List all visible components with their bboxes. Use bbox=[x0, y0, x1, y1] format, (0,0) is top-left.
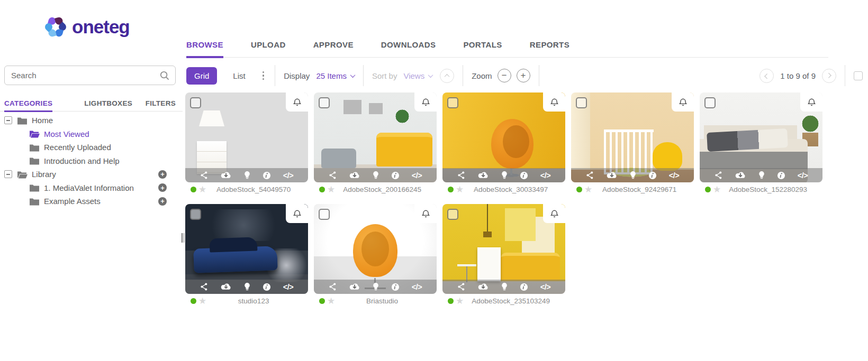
favorite-star-icon[interactable]: ★ bbox=[327, 297, 335, 306]
embed-code-icon[interactable]: </> bbox=[283, 283, 293, 291]
info-icon[interactable] bbox=[263, 171, 271, 180]
download-icon[interactable] bbox=[349, 171, 360, 180]
asset-checkbox[interactable] bbox=[576, 97, 587, 108]
zoom-out-button[interactable]: − bbox=[498, 69, 511, 82]
lightbulb-icon[interactable] bbox=[373, 282, 379, 292]
info-icon[interactable] bbox=[520, 171, 528, 180]
lightbulb-icon[interactable] bbox=[501, 170, 508, 180]
nav-tab-reports[interactable]: REPORTS bbox=[530, 32, 569, 57]
download-icon[interactable] bbox=[220, 282, 232, 291]
sidebar-resize-handle[interactable] bbox=[182, 233, 185, 243]
embed-code-icon[interactable]: </> bbox=[283, 171, 293, 180]
share-icon[interactable] bbox=[329, 283, 337, 291]
asset-card[interactable]: </> ★ AdobeStock_152280293 bbox=[700, 92, 822, 196]
asset-checkbox[interactable] bbox=[447, 209, 458, 220]
notification-bell-button[interactable] bbox=[543, 204, 565, 223]
asset-card[interactable]: </> ★ studio123 bbox=[185, 204, 308, 308]
notification-bell-button[interactable] bbox=[543, 92, 565, 112]
collapse-icon[interactable] bbox=[4, 170, 12, 178]
share-icon[interactable] bbox=[200, 171, 208, 179]
download-icon[interactable] bbox=[349, 282, 360, 291]
asset-card[interactable]: </> ★ AdobeStock_92429671 bbox=[571, 92, 694, 196]
tree-item[interactable]: Library + bbox=[0, 168, 183, 181]
nav-tab-downloads[interactable]: DOWNLOADS bbox=[381, 32, 436, 57]
sidebar-tab-categories[interactable]: CATEGORIES bbox=[4, 95, 52, 111]
display-count-dropdown[interactable]: 25 Items bbox=[316, 71, 355, 80]
favorite-star-icon[interactable]: ★ bbox=[327, 185, 335, 194]
lightbulb-icon[interactable] bbox=[758, 170, 765, 180]
asset-card[interactable]: </> ★ AdobeStock_235103249 bbox=[442, 204, 565, 308]
favorite-star-icon[interactable]: ★ bbox=[456, 297, 464, 306]
favorite-star-icon[interactable]: ★ bbox=[198, 185, 206, 194]
embed-code-icon[interactable]: </> bbox=[540, 171, 550, 180]
collapse-icon[interactable] bbox=[4, 116, 12, 124]
sort-direction-button[interactable] bbox=[440, 69, 454, 83]
list-view-button[interactable]: List bbox=[233, 71, 245, 80]
notification-bell-button[interactable] bbox=[800, 92, 822, 112]
info-icon[interactable] bbox=[391, 171, 400, 180]
lightbulb-icon[interactable] bbox=[630, 170, 636, 180]
share-icon[interactable] bbox=[329, 171, 337, 179]
asset-checkbox[interactable] bbox=[190, 97, 201, 108]
notification-bell-button[interactable] bbox=[414, 204, 437, 223]
tree-item[interactable]: Example Assets + bbox=[0, 195, 183, 208]
download-icon[interactable] bbox=[220, 171, 232, 180]
favorite-star-icon[interactable]: ★ bbox=[713, 185, 721, 194]
download-icon[interactable] bbox=[477, 171, 489, 180]
add-category-button[interactable]: + bbox=[158, 197, 167, 206]
tree-item[interactable]: 1. MediaValet Information + bbox=[0, 181, 183, 195]
search-input[interactable] bbox=[5, 71, 159, 80]
share-icon[interactable] bbox=[457, 283, 465, 291]
favorite-star-icon[interactable]: ★ bbox=[198, 297, 206, 306]
nav-tab-upload[interactable]: UPLOAD bbox=[251, 32, 286, 57]
nav-tab-browse[interactable]: BROWSE bbox=[186, 32, 223, 57]
notification-bell-button[interactable] bbox=[672, 92, 694, 112]
share-icon[interactable] bbox=[457, 171, 465, 179]
more-options-icon[interactable] bbox=[260, 69, 267, 82]
tree-item[interactable]: Introduction and Help bbox=[0, 154, 183, 168]
asset-card[interactable]: </> ★ AdobeStock_30033497 bbox=[442, 92, 565, 196]
tree-item[interactable]: Most Viewed bbox=[0, 127, 183, 141]
asset-checkbox[interactable] bbox=[319, 209, 330, 220]
notification-bell-button[interactable] bbox=[286, 204, 308, 223]
asset-checkbox[interactable] bbox=[190, 209, 201, 220]
asset-checkbox[interactable] bbox=[319, 97, 330, 108]
sort-field-dropdown[interactable]: Views bbox=[403, 71, 432, 80]
embed-code-icon[interactable]: </> bbox=[412, 283, 422, 291]
notification-bell-button[interactable] bbox=[414, 92, 437, 112]
info-icon[interactable] bbox=[520, 283, 528, 291]
tree-item[interactable]: Home bbox=[0, 114, 183, 127]
download-icon[interactable] bbox=[735, 171, 746, 180]
lightbulb-icon[interactable] bbox=[244, 282, 250, 292]
info-icon[interactable] bbox=[648, 171, 657, 180]
lightbulb-icon[interactable] bbox=[501, 282, 508, 292]
nav-tab-approve[interactable]: APPROVE bbox=[313, 32, 354, 57]
share-icon[interactable] bbox=[586, 171, 594, 179]
info-icon[interactable] bbox=[777, 171, 785, 180]
previous-page-button[interactable] bbox=[760, 69, 774, 83]
asset-card[interactable]: </> ★ Briastudio bbox=[314, 204, 437, 308]
download-icon[interactable] bbox=[477, 282, 489, 291]
favorite-star-icon[interactable]: ★ bbox=[584, 185, 592, 194]
select-all-checkbox[interactable] bbox=[854, 71, 863, 80]
share-icon[interactable] bbox=[715, 171, 722, 179]
download-icon[interactable] bbox=[606, 171, 618, 180]
embed-code-icon[interactable]: </> bbox=[798, 171, 808, 180]
zoom-in-button[interactable]: + bbox=[517, 69, 530, 82]
add-category-button[interactable]: + bbox=[158, 183, 167, 192]
sidebar-tab-lightboxes[interactable]: LIGHTBOXES bbox=[84, 95, 132, 111]
info-icon[interactable] bbox=[391, 283, 400, 291]
lightbulb-icon[interactable] bbox=[373, 170, 379, 180]
app-logo[interactable]: oneteg bbox=[44, 15, 130, 39]
share-icon[interactable] bbox=[200, 283, 208, 291]
search-icon[interactable] bbox=[159, 70, 170, 81]
asset-card[interactable]: </> ★ AdobeStock_200166245 bbox=[314, 92, 437, 196]
embed-code-icon[interactable]: </> bbox=[540, 283, 550, 291]
embed-code-icon[interactable]: </> bbox=[412, 171, 422, 180]
tree-item[interactable]: Recently Uploaded bbox=[0, 141, 183, 154]
asset-checkbox[interactable] bbox=[447, 97, 458, 108]
next-page-button[interactable] bbox=[822, 69, 836, 83]
embed-code-icon[interactable]: </> bbox=[669, 171, 679, 180]
grid-view-button[interactable]: Grid bbox=[186, 67, 217, 85]
favorite-star-icon[interactable]: ★ bbox=[456, 185, 464, 194]
